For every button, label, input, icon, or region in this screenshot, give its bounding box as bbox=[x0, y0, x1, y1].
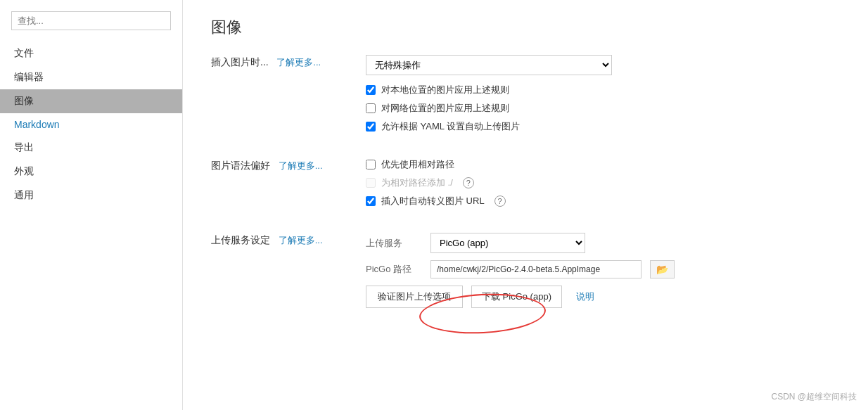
yaml-upload-checkbox-row: 允许根据 YAML 设置自动上传图片 bbox=[366, 120, 840, 133]
picgo-path-label: PicGo 路径 bbox=[366, 263, 422, 276]
sidebar-item-general[interactable]: 通用 bbox=[0, 184, 182, 207]
insert-dropdown[interactable]: 无特殊操作 上传图片 复制图片到指定路径 bbox=[366, 55, 612, 75]
sidebar-item-image[interactable]: 图像 bbox=[0, 89, 182, 113]
upload-section-label: 上传服务设定 了解更多... bbox=[211, 233, 366, 308]
sidebar-item-export[interactable]: 导出 bbox=[0, 136, 182, 160]
upload-section-content: 上传服务 PicGo (app) PicGo-Core (command lin… bbox=[366, 233, 840, 308]
upload-learn-more-link[interactable]: 了解更多... bbox=[279, 235, 323, 245]
main-content: 图像 插入图片时... 了解更多... 无特殊操作 上传图片 复制图片到指定路径 bbox=[183, 0, 868, 410]
relative-path-checkbox[interactable] bbox=[366, 160, 376, 169]
download-picgo-button[interactable]: 下载 PicGo (app) bbox=[471, 286, 562, 308]
verify-upload-button[interactable]: 验证图片上传选项 bbox=[366, 286, 463, 308]
yaml-upload-checkbox[interactable] bbox=[366, 122, 376, 132]
network-image-checkbox-row: 对网络位置的图片应用上述规则 bbox=[366, 102, 840, 115]
sidebar-item-file[interactable]: 文件 bbox=[0, 41, 182, 65]
auto-escape-checkbox-row: 插入时自动转义图片 URL ? bbox=[366, 195, 840, 207]
upload-service-label: 上传服务 bbox=[366, 237, 422, 250]
add-relative-checkbox-row: 为相对路径添加 ./ ? bbox=[366, 177, 840, 189]
search-input[interactable] bbox=[11, 11, 171, 30]
sidebar-item-appearance[interactable]: 外观 bbox=[0, 160, 182, 184]
syntax-section: 图片语法偏好 了解更多... 优先使用相对路径 为相对路径添加 ./ ? 插入时… bbox=[211, 158, 840, 213]
insert-section-label: 插入图片时... 了解更多... bbox=[211, 55, 366, 139]
insert-section-content: 无特殊操作 上传图片 复制图片到指定路径 对本地位置的图片应用上述规则 对网络位… bbox=[366, 55, 840, 139]
add-relative-help-icon[interactable]: ? bbox=[463, 177, 474, 188]
picgo-path-input[interactable] bbox=[430, 260, 642, 278]
folder-browse-button[interactable]: 📂 bbox=[650, 260, 675, 278]
sidebar-item-editor[interactable]: 编辑器 bbox=[0, 65, 182, 89]
sidebar-item-markdown[interactable]: Markdown bbox=[0, 113, 182, 136]
page-title: 图像 bbox=[211, 17, 840, 38]
syntax-section-content: 优先使用相对路径 为相对路径添加 ./ ? 插入时自动转义图片 URL ? bbox=[366, 158, 840, 213]
network-image-checkbox[interactable] bbox=[366, 103, 376, 113]
upload-buttons-row: 验证图片上传选项 下载 PicGo (app) 说明 bbox=[366, 286, 840, 308]
watermark: CSDN @超维空间科技 bbox=[771, 391, 857, 403]
insert-section: 插入图片时... 了解更多... 无特殊操作 上传图片 复制图片到指定路径 对本… bbox=[211, 55, 840, 139]
local-image-checkbox-row: 对本地位置的图片应用上述规则 bbox=[366, 84, 840, 96]
add-relative-checkbox[interactable] bbox=[366, 178, 376, 188]
upload-service-row: 上传服务 PicGo (app) PicGo-Core (command lin… bbox=[366, 233, 840, 253]
auto-escape-help-icon[interactable]: ? bbox=[494, 196, 506, 207]
local-image-checkbox[interactable] bbox=[366, 85, 376, 95]
search-box bbox=[11, 11, 171, 30]
insert-learn-more-link[interactable]: 了解更多... bbox=[276, 57, 321, 68]
upload-service-dropdown[interactable]: PicGo (app) PicGo-Core (command line) Gi… bbox=[430, 233, 585, 253]
insert-dropdown-row: 无特殊操作 上传图片 复制图片到指定路径 bbox=[366, 55, 840, 75]
relative-path-checkbox-row: 优先使用相对路径 bbox=[366, 158, 840, 171]
upload-service-section: 上传服务设定 了解更多... 上传服务 PicGo (app) PicGo-Co… bbox=[211, 233, 840, 308]
picgo-path-row: PicGo 路径 📂 bbox=[366, 260, 840, 278]
explain-button[interactable]: 说明 bbox=[570, 286, 600, 307]
auto-escape-checkbox[interactable] bbox=[366, 196, 376, 206]
syntax-section-label: 图片语法偏好 了解更多... bbox=[211, 158, 366, 213]
sidebar: 文件 编辑器 图像 Markdown 导出 外观 通用 bbox=[0, 0, 183, 410]
syntax-learn-more-link[interactable]: 了解更多... bbox=[279, 160, 323, 171]
